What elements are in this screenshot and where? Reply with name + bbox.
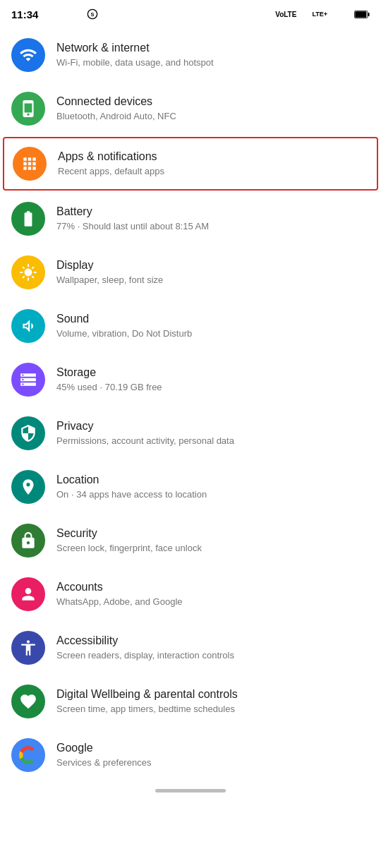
display-icon-bg: [11, 255, 45, 289]
status-left: 11:34 S: [11, 8, 98, 20]
settings-item-storage[interactable]: Storage 45% used · 70.19 GB free: [0, 353, 381, 406]
storage-title: Storage: [56, 366, 370, 380]
battery-text: Battery 77% · Should last until about 8:…: [56, 205, 370, 233]
battery-icon: [354, 10, 370, 19]
location-title: Location: [56, 473, 370, 488]
accounts-title: Accounts: [56, 580, 370, 595]
battery-setting-icon-bg: [11, 202, 45, 236]
settings-item-network[interactable]: Network & internet Wi-Fi, mobile, data u…: [0, 28, 381, 82]
security-text: Security Screen lock, fingerprint, face …: [56, 526, 370, 555]
privacy-text: Privacy Permissions, account activity, p…: [56, 419, 370, 447]
location-text: Location On · 34 apps have access to loc…: [56, 473, 370, 501]
connected-devices-icon-bg: [11, 92, 45, 126]
accessibility-icon-bg: [11, 631, 45, 665]
digital-wellbeing-text: Digital Wellbeing & parental controls Sc…: [56, 687, 370, 716]
shazam-icon: S: [87, 8, 98, 20]
network-icon-bg: [11, 38, 45, 72]
settings-item-battery[interactable]: Battery 77% · Should last until about 8:…: [0, 192, 381, 246]
display-title: Display: [56, 258, 370, 273]
privacy-title: Privacy: [56, 419, 370, 434]
location-icon-bg: [11, 470, 45, 504]
sound-text: Sound Volume, vibration, Do Not Disturb: [56, 312, 370, 340]
status-system-icons: VoLTE LTE+: [262, 9, 370, 19]
security-title: Security: [56, 526, 370, 541]
connected-devices-subtitle: Bluetooth, Android Auto, NFC: [56, 111, 370, 123]
settings-item-google[interactable]: Google Services & preferences: [0, 728, 381, 782]
sound-icon-bg: [11, 309, 45, 343]
status-time: 11:34: [11, 8, 38, 20]
digital-wellbeing-subtitle: Screen time, app timers, bedtime schedul…: [56, 704, 370, 716]
svg-rect-4: [346, 12, 348, 18]
connected-devices-text: Connected devices Bluetooth, Android Aut…: [56, 95, 370, 123]
dialer-icon: [72, 8, 83, 20]
settings-item-apps-notifications[interactable]: Apps & notifications Recent apps, defaul…: [3, 137, 378, 191]
security-icon-bg: [11, 524, 45, 557]
network-subtitle: Wi-Fi, mobile, data usage, and hotspot: [56, 57, 370, 69]
location-subtitle: On · 34 apps have access to location: [56, 489, 370, 501]
connected-devices-title: Connected devices: [56, 95, 370, 109]
apps-notifications-icon-bg: [13, 147, 47, 181]
settings-item-location[interactable]: Location On · 34 apps have access to loc…: [0, 460, 381, 514]
digital-wellbeing-title: Digital Wellbeing & parental controls: [56, 687, 370, 702]
apps-notifications-title: Apps & notifications: [58, 150, 368, 164]
sound-subtitle: Volume, vibration, Do Not Disturb: [56, 328, 370, 340]
battery-title: Battery: [56, 205, 370, 219]
google-text: Google Services & preferences: [56, 741, 370, 769]
network-text: Network & internet Wi-Fi, mobile, data u…: [56, 41, 370, 69]
wifi-calling-icon: [299, 9, 309, 19]
settings-item-display[interactable]: Display Wallpaper, sleep, font size: [0, 246, 381, 299]
storage-icon-bg: [11, 363, 45, 397]
privacy-subtitle: Permissions, account activity, personal …: [56, 435, 370, 447]
settings-item-accessibility[interactable]: Accessibility Screen readers, display, i…: [0, 621, 381, 675]
status-bar: 11:34 S VoLTE: [0, 0, 381, 25]
security-subtitle: Screen lock, fingerprint, face unlock: [56, 543, 370, 555]
storage-text: Storage 45% used · 70.19 GB free: [56, 366, 370, 394]
svg-rect-5: [349, 10, 350, 18]
settings-list: Network & internet Wi-Fi, mobile, data u…: [0, 25, 381, 782]
accessibility-subtitle: Screen readers, display, interaction con…: [56, 650, 370, 662]
settings-item-digital-wellbeing[interactable]: Digital Wellbeing & parental controls Sc…: [0, 675, 381, 728]
digital-wellbeing-icon-bg: [11, 685, 45, 718]
snapchat-icon: [42, 8, 54, 20]
accounts-icon-bg: [11, 577, 45, 611]
svg-rect-3: [344, 13, 346, 18]
signal1-icon: [330, 10, 339, 19]
accounts-text: Accounts WhatsApp, Adobe, and Google: [56, 580, 370, 608]
apps-notifications-subtitle: Recent apps, default apps: [58, 166, 368, 178]
accessibility-text: Accessibility Screen readers, display, i…: [56, 634, 370, 662]
settings-item-sound[interactable]: Sound Volume, vibration, Do Not Disturb: [0, 299, 381, 353]
status-notification-icons: S: [42, 8, 98, 20]
sound-title: Sound: [56, 312, 370, 327]
google-subtitle: Services & preferences: [56, 757, 370, 769]
accessibility-title: Accessibility: [56, 634, 370, 649]
battery-subtitle: 77% · Should last until about 8:15 AM: [56, 221, 370, 233]
volte-text: VoLTE: [275, 11, 296, 18]
settings-item-security[interactable]: Security Screen lock, fingerprint, face …: [0, 514, 381, 567]
storage-subtitle: 45% used · 70.19 GB free: [56, 382, 370, 394]
scroll-indicator: [0, 782, 381, 797]
apps-notifications-text: Apps & notifications Recent apps, defaul…: [58, 150, 368, 178]
scroll-bar: [155, 789, 226, 792]
settings-item-connected-devices[interactable]: Connected devices Bluetooth, Android Aut…: [0, 82, 381, 135]
svg-rect-2: [343, 16, 344, 18]
messages-icon: [57, 8, 68, 20]
settings-item-accounts[interactable]: Accounts WhatsApp, Adobe, and Google: [0, 567, 381, 621]
display-subtitle: Wallpaper, sleep, font size: [56, 275, 370, 287]
google-title: Google: [56, 741, 370, 756]
privacy-icon-bg: [11, 416, 45, 450]
vibrate-icon: [262, 9, 272, 19]
settings-item-privacy[interactable]: Privacy Permissions, account activity, p…: [0, 406, 381, 460]
svg-text:S: S: [91, 11, 95, 18]
svg-rect-7: [368, 12, 369, 16]
signal2-icon: [342, 10, 351, 19]
accounts-subtitle: WhatsApp, Adobe, and Google: [56, 596, 370, 608]
lte-text: LTE+: [312, 11, 327, 18]
network-title: Network & internet: [56, 41, 370, 56]
svg-rect-8: [355, 11, 366, 17]
display-text: Display Wallpaper, sleep, font size: [56, 258, 370, 287]
google-icon-bg: [11, 738, 45, 772]
